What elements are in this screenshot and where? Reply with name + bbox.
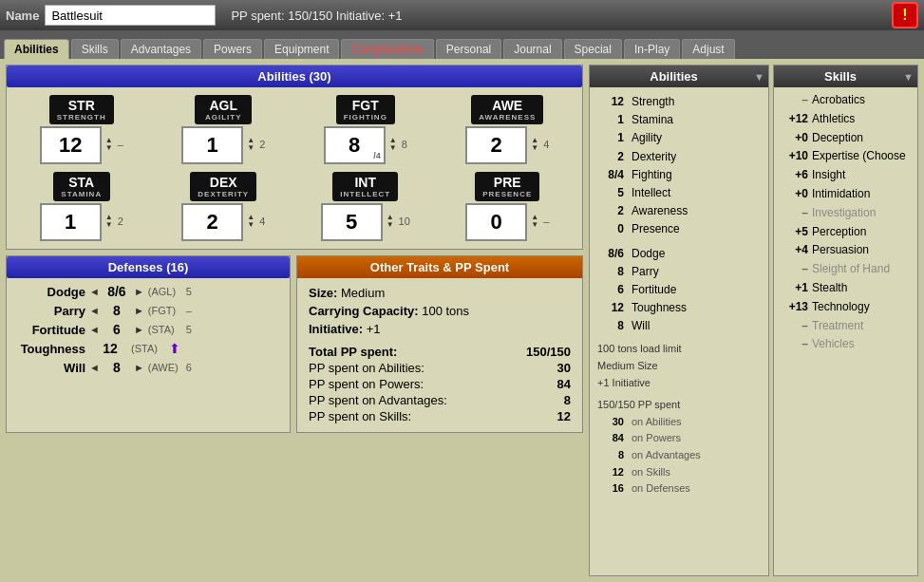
perception-mod: +5 — [782, 223, 808, 242]
character-name-input[interactable] — [45, 5, 216, 26]
tough-source: (STA) — [131, 343, 165, 354]
skill-acrobatics: – Acrobatics — [782, 91, 910, 110]
tab-complications[interactable]: Complications — [341, 39, 433, 59]
name-label: Name — [6, 9, 39, 23]
tab-inplay[interactable]: In-Play — [624, 39, 680, 59]
deception-label: Deception — [812, 129, 910, 148]
initiative-line: Initiative: +1 — [309, 322, 571, 336]
ability-int: INTINTELLECT 5 ▲ ▼ 10 — [298, 172, 433, 241]
sleight-label: Sleight of Hand — [812, 260, 910, 279]
fgt-badge: FGTFIGHTING — [336, 95, 395, 124]
defenses-grid: Dodge ◄ 8/6 ► (AGL) 5 Parry ◄ 8 ► (FGT) … — [7, 278, 290, 381]
fort-source: (STA) — [148, 324, 182, 335]
dodge-dec[interactable]: ◄ — [89, 286, 100, 297]
skill-investigation: – Investigation — [782, 204, 910, 223]
defenses-panel: Defenses (16) Dodge ◄ 8/6 ► (AGL) 5 Parr… — [6, 255, 291, 433]
tab-journal[interactable]: Journal — [503, 39, 561, 59]
fgt-stepper[interactable]: ▲ ▼ — [389, 137, 397, 152]
sta-value: 1 — [40, 203, 102, 241]
skill-expertise: +10 Expertise (Choose — [782, 147, 910, 166]
skills-title: Skills — [778, 69, 903, 84]
tab-advantages[interactable]: Advantages — [121, 39, 201, 59]
dodge-inc[interactable]: ► — [134, 286, 144, 297]
str-badge: STRSTRENGTH — [49, 95, 114, 124]
ability-fgt: FGTFIGHTING 8/4 ▲ ▼ 8 — [298, 95, 433, 164]
skill-vehicles: – Vehicles — [782, 335, 910, 354]
int-cost: 10 — [399, 216, 410, 227]
fort-inc[interactable]: ► — [134, 324, 144, 335]
skill-persuasion: +4 Persuasion — [782, 241, 910, 260]
skill-perception: +5 Perception — [782, 223, 910, 242]
alert-icon[interactable]: ! — [892, 2, 918, 28]
fgt-value: 8/4 — [324, 126, 386, 164]
pre-badge: PREPRESENCE — [475, 172, 539, 201]
ability-awe: AWEAWARENESS 2 ▲ ▼ 4 — [441, 95, 575, 164]
top-bar: Name PP spent: 150/150 Initiative: +1 ! — [0, 0, 924, 30]
defense-parry: Parry ◄ 8 ► (FGT) – — [14, 303, 282, 318]
pp-powers-row: PP spent on Powers: 84 — [309, 376, 571, 392]
ability-sta: STASTAMINA 1 ▲ ▼ 2 — [14, 172, 149, 241]
fort-dec[interactable]: ◄ — [89, 324, 100, 335]
str-value: 12 — [40, 126, 102, 164]
dodge-source: (AGL) — [148, 286, 182, 297]
will-label: Will — [14, 361, 85, 375]
abilities-chevron-down[interactable]: ▼ — [754, 71, 764, 83]
investigation-mod: – — [782, 204, 808, 223]
toughness-arrows[interactable]: ⬆ — [169, 341, 180, 356]
treatment-label: Treatment — [812, 317, 910, 336]
athletics-mod: +12 — [782, 110, 808, 129]
carrying-line: Carrying Capacity: 100 tons — [309, 304, 571, 318]
skill-athletics: +12 Athletics — [782, 110, 910, 129]
abilities-grid: STRSTRENGTH 12 ▲ ▼ – AGLAGILITY 1 — [7, 87, 582, 249]
str-stepper[interactable]: ▲ ▼ — [105, 137, 113, 152]
skills-content: – Acrobatics +12 Athletics +0 Deception … — [774, 87, 917, 358]
parry-dec[interactable]: ◄ — [89, 305, 100, 316]
skill-intimidation: +0 Intimidation — [782, 185, 910, 204]
main-content: Abilities (30) STRSTRENGTH 12 ▲ ▼ – — [0, 59, 924, 582]
fgt-cost: 8 — [402, 139, 407, 150]
skills-chevron-down[interactable]: ▼ — [903, 71, 914, 83]
pp-abilities-label: PP spent on Abilities: — [309, 361, 424, 375]
pp-advantages-label: PP spent on Advantages: — [309, 393, 447, 407]
will-dec[interactable]: ◄ — [89, 362, 100, 373]
total-pp-row: Total PP spent: 150/150 — [309, 344, 571, 360]
vehicles-mod: – — [782, 335, 808, 354]
technology-mod: +13 — [782, 298, 808, 317]
abilities-section: Abilities (30) STRSTRENGTH 12 ▲ ▼ – — [6, 65, 583, 250]
defenses-header: Defenses (16) — [7, 256, 290, 278]
tab-abilities[interactable]: Abilities — [4, 39, 69, 59]
tough-value: 12 — [97, 341, 123, 356]
int-badge: INTINTELLECT — [332, 172, 398, 201]
tab-equipment[interactable]: Equipment — [264, 39, 339, 59]
skills-header: Skills ▼ — [774, 66, 917, 87]
will-inc[interactable]: ► — [134, 362, 144, 373]
tab-skills[interactable]: Skills — [71, 39, 119, 59]
tab-personal[interactable]: Personal — [436, 39, 501, 59]
int-stepper[interactable]: ▲ ▼ — [387, 214, 394, 229]
intimidation-mod: +0 — [782, 185, 808, 204]
intimidation-label: Intimidation — [812, 185, 910, 204]
sta-stepper[interactable]: ▲ ▼ — [105, 214, 113, 229]
dex-stepper[interactable]: ▲ ▼ — [247, 214, 255, 229]
left-panel: Abilities (30) STRSTRENGTH 12 ▲ ▼ – — [0, 59, 589, 582]
treatment-mod: – — [782, 317, 808, 336]
tab-powers[interactable]: Powers — [203, 39, 262, 59]
dex-value: 2 — [181, 203, 243, 241]
right-panel: Abilities ▼ 12Strength 1Stamina 1Agility… — [589, 59, 924, 582]
tab-adjust[interactable]: Adjust — [682, 39, 734, 59]
tab-special[interactable]: Special — [564, 39, 622, 59]
str-cost: – — [118, 139, 123, 150]
ability-agl: AGLAGILITY 1 ▲ ▼ 2 — [157, 95, 292, 164]
persuasion-mod: +4 — [782, 241, 808, 260]
agl-stepper[interactable]: ▲ ▼ — [247, 137, 255, 152]
pre-stepper[interactable]: ▲ ▼ — [531, 214, 538, 229]
defense-fortitude: Fortitude ◄ 6 ► (STA) 5 — [14, 322, 282, 337]
insight-label: Insight — [812, 166, 910, 185]
parry-bonus: – — [186, 305, 192, 316]
pp-advantages-value: 8 — [523, 393, 571, 407]
dex-cost: 4 — [259, 216, 265, 227]
parry-inc[interactable]: ► — [134, 305, 144, 316]
traits-content: Size: Medium Carrying Capacity: 100 tons… — [297, 278, 582, 432]
awe-stepper[interactable]: ▲ ▼ — [531, 137, 538, 152]
fort-bonus: 5 — [186, 324, 192, 335]
